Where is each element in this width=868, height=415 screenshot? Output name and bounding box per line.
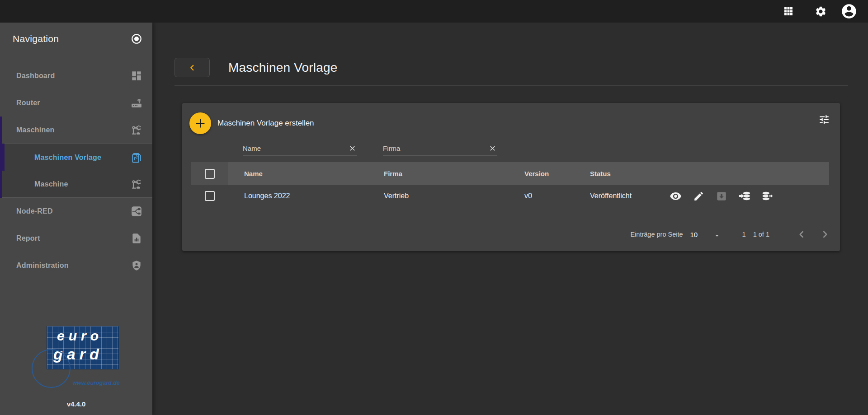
row-checkbox[interactable]: [205, 191, 215, 201]
edit-icon[interactable]: [690, 188, 707, 204]
robot-arm-icon: [131, 124, 142, 136]
sidebar-item-maschinen-vorlage[interactable]: Maschinen Vorlage: [0, 144, 152, 171]
create-template-label: Maschinen Vorlage erstellen: [217, 119, 314, 128]
import-data-icon[interactable]: [736, 188, 753, 204]
sidebar-title: Navigation: [13, 33, 59, 44]
router-icon: [131, 97, 142, 109]
row-name: Lounges 2022: [228, 192, 368, 200]
select-all-checkbox[interactable]: [205, 169, 215, 179]
report-icon: [131, 233, 142, 244]
sidebar-item-label: Node-RED: [16, 207, 53, 215]
admin-shield-icon: [131, 260, 142, 271]
sidebar-item-label: Maschine: [34, 180, 68, 188]
row-select-cell: [191, 185, 228, 207]
name-filter-field: [243, 141, 357, 155]
archive-icon[interactable]: [713, 188, 730, 204]
machine-template-icon: [131, 152, 142, 163]
previous-page-icon[interactable]: [795, 228, 808, 241]
export-data-icon[interactable]: [760, 188, 776, 204]
sidebar-item-node-red[interactable]: Node-RED: [0, 198, 152, 225]
sidebar: Navigation Dashboard Router Maschinen: [0, 23, 152, 415]
column-header-version: Version: [509, 170, 574, 177]
view-icon[interactable]: [667, 188, 684, 204]
add-template-button[interactable]: [189, 112, 211, 134]
sidebar-submenu-maschinen: Maschinen Vorlage Maschine: [0, 144, 152, 198]
row-version: v0: [509, 192, 574, 200]
title-divider: [175, 85, 848, 86]
sidebar-item-label: Maschinen: [16, 126, 55, 134]
node-red-icon: [131, 205, 142, 217]
plus-icon: [194, 117, 206, 129]
table-header-row: Name Firma Version Status: [191, 162, 829, 185]
radio-button-checked-icon[interactable]: [131, 33, 142, 45]
row-status: Veröffentlicht: [574, 192, 665, 200]
column-header-name: Name: [228, 170, 368, 177]
apps-icon[interactable]: [783, 6, 794, 17]
account-icon[interactable]: [840, 3, 858, 20]
dashboard-icon: [131, 70, 142, 82]
name-filter-input[interactable]: [243, 145, 347, 152]
sidebar-item-report[interactable]: Report: [0, 225, 152, 252]
logo-circle: [32, 349, 71, 388]
main-content: Maschinen Vorlage Maschinen Vorlage erst…: [152, 23, 868, 415]
page-title: Maschinen Vorlage: [228, 58, 338, 77]
page-size-value: 10: [690, 231, 698, 238]
caret-down-icon: [714, 233, 720, 238]
select-all-cell: [191, 162, 228, 185]
next-page-icon[interactable]: [818, 228, 832, 241]
chevron-left-icon: [187, 63, 197, 73]
sidebar-item-maschine[interactable]: Maschine: [0, 171, 152, 197]
logo-word-1: euro: [57, 328, 103, 344]
app-version: v4.4.0: [0, 400, 152, 408]
page-size-label: Einträge pro Seite: [630, 231, 683, 238]
back-button[interactable]: [175, 58, 210, 77]
sidebar-item-label: Router: [16, 99, 40, 107]
sidebar-nav: Dashboard Router Maschinen Maschine: [0, 62, 152, 279]
sidebar-item-maschinen[interactable]: Maschinen: [0, 117, 152, 144]
row-actions: [665, 188, 829, 204]
templates-table: Name Firma Version Status Lounges 2022 V…: [191, 162, 829, 207]
sidebar-item-label: Report: [16, 234, 40, 242]
robot-arm-icon: [131, 178, 142, 190]
row-firma: Vertrieb: [368, 192, 509, 200]
pagination: Einträge pro Seite 10 1 – 1 of 1: [630, 225, 832, 243]
sidebar-item-label: Maschinen Vorlage: [34, 154, 101, 162]
column-header-firma: Firma: [368, 170, 509, 177]
column-header-status: Status: [574, 170, 665, 177]
table-row[interactable]: Lounges 2022 Vertrieb v0 Veröffentlicht: [191, 185, 829, 207]
clear-name-filter-icon[interactable]: [347, 143, 357, 153]
sidebar-header: Navigation: [0, 23, 152, 55]
sidebar-item-administration[interactable]: Administration: [0, 252, 152, 279]
settings-icon[interactable]: [815, 5, 827, 18]
active-item-indicator: [0, 144, 5, 171]
page-size-select[interactable]: 10: [689, 228, 722, 240]
clear-firma-filter-icon[interactable]: [487, 143, 497, 153]
firma-filter-input[interactable]: [383, 145, 487, 152]
sidebar-item-label: Dashboard: [16, 72, 55, 80]
tune-icon[interactable]: [818, 114, 830, 126]
sidebar-item-label: Administration: [16, 261, 69, 270]
topbar: [0, 0, 868, 23]
sidebar-item-router[interactable]: Router: [0, 89, 152, 117]
pagination-range: 1 – 1 of 1: [742, 231, 769, 238]
machine-template-card: Maschinen Vorlage erstellen: [182, 103, 840, 251]
sidebar-item-dashboard[interactable]: Dashboard: [0, 62, 152, 89]
firma-filter-field: [383, 141, 497, 155]
